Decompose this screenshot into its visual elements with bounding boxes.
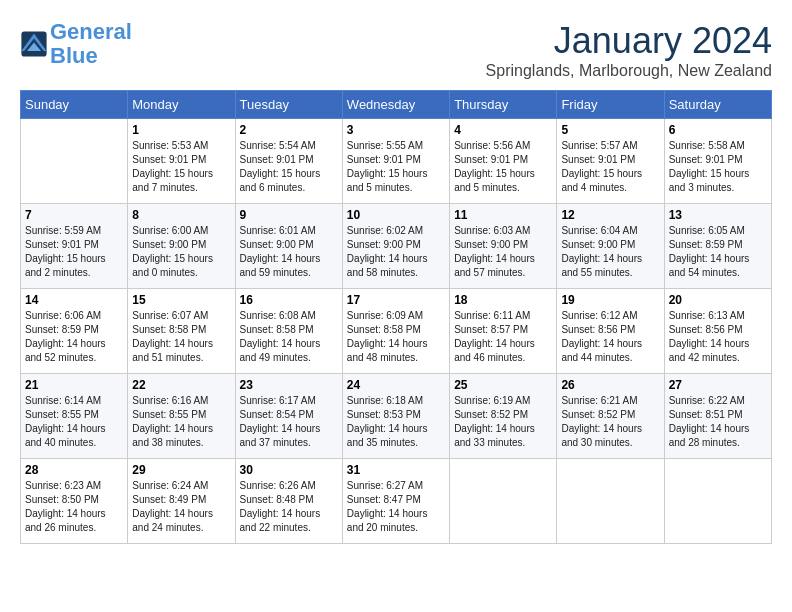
day-cell: 31Sunrise: 6:27 AMSunset: 8:47 PMDayligh… — [342, 459, 449, 544]
day-cell: 18Sunrise: 6:11 AMSunset: 8:57 PMDayligh… — [450, 289, 557, 374]
day-cell — [664, 459, 771, 544]
week-row-1: 7Sunrise: 5:59 AMSunset: 9:01 PMDaylight… — [21, 204, 772, 289]
day-info: Sunrise: 6:18 AMSunset: 8:53 PMDaylight:… — [347, 394, 445, 450]
header-cell-sunday: Sunday — [21, 91, 128, 119]
header-cell-saturday: Saturday — [664, 91, 771, 119]
day-cell: 10Sunrise: 6:02 AMSunset: 9:00 PMDayligh… — [342, 204, 449, 289]
day-info: Sunrise: 6:06 AMSunset: 8:59 PMDaylight:… — [25, 309, 123, 365]
week-row-4: 28Sunrise: 6:23 AMSunset: 8:50 PMDayligh… — [21, 459, 772, 544]
day-cell: 14Sunrise: 6:06 AMSunset: 8:59 PMDayligh… — [21, 289, 128, 374]
day-number: 23 — [240, 378, 338, 392]
day-info: Sunrise: 6:14 AMSunset: 8:55 PMDaylight:… — [25, 394, 123, 450]
day-info: Sunrise: 6:24 AMSunset: 8:49 PMDaylight:… — [132, 479, 230, 535]
day-info: Sunrise: 6:07 AMSunset: 8:58 PMDaylight:… — [132, 309, 230, 365]
day-info: Sunrise: 5:58 AMSunset: 9:01 PMDaylight:… — [669, 139, 767, 195]
day-number: 12 — [561, 208, 659, 222]
day-cell: 7Sunrise: 5:59 AMSunset: 9:01 PMDaylight… — [21, 204, 128, 289]
day-cell: 20Sunrise: 6:13 AMSunset: 8:56 PMDayligh… — [664, 289, 771, 374]
day-cell: 29Sunrise: 6:24 AMSunset: 8:49 PMDayligh… — [128, 459, 235, 544]
day-number: 9 — [240, 208, 338, 222]
day-number: 21 — [25, 378, 123, 392]
day-number: 17 — [347, 293, 445, 307]
day-number: 28 — [25, 463, 123, 477]
day-cell: 21Sunrise: 6:14 AMSunset: 8:55 PMDayligh… — [21, 374, 128, 459]
day-number: 30 — [240, 463, 338, 477]
calendar-header: SundayMondayTuesdayWednesdayThursdayFrid… — [21, 91, 772, 119]
day-cell — [21, 119, 128, 204]
header-cell-friday: Friday — [557, 91, 664, 119]
day-cell: 25Sunrise: 6:19 AMSunset: 8:52 PMDayligh… — [450, 374, 557, 459]
month-title: January 2024 — [486, 20, 772, 62]
day-info: Sunrise: 6:27 AMSunset: 8:47 PMDaylight:… — [347, 479, 445, 535]
day-number: 15 — [132, 293, 230, 307]
day-number: 26 — [561, 378, 659, 392]
day-number: 5 — [561, 123, 659, 137]
header-cell-wednesday: Wednesday — [342, 91, 449, 119]
day-cell: 3Sunrise: 5:55 AMSunset: 9:01 PMDaylight… — [342, 119, 449, 204]
day-cell: 28Sunrise: 6:23 AMSunset: 8:50 PMDayligh… — [21, 459, 128, 544]
day-info: Sunrise: 5:59 AMSunset: 9:01 PMDaylight:… — [25, 224, 123, 280]
day-info: Sunrise: 6:03 AMSunset: 9:00 PMDaylight:… — [454, 224, 552, 280]
day-number: 25 — [454, 378, 552, 392]
week-row-2: 14Sunrise: 6:06 AMSunset: 8:59 PMDayligh… — [21, 289, 772, 374]
day-number: 29 — [132, 463, 230, 477]
logo: General Blue — [20, 20, 132, 68]
header-row: SundayMondayTuesdayWednesdayThursdayFrid… — [21, 91, 772, 119]
day-info: Sunrise: 6:00 AMSunset: 9:00 PMDaylight:… — [132, 224, 230, 280]
day-number: 8 — [132, 208, 230, 222]
day-cell: 12Sunrise: 6:04 AMSunset: 9:00 PMDayligh… — [557, 204, 664, 289]
day-cell: 15Sunrise: 6:07 AMSunset: 8:58 PMDayligh… — [128, 289, 235, 374]
day-cell: 9Sunrise: 6:01 AMSunset: 9:00 PMDaylight… — [235, 204, 342, 289]
logo-line1: General — [50, 19, 132, 44]
day-number: 2 — [240, 123, 338, 137]
day-cell: 4Sunrise: 5:56 AMSunset: 9:01 PMDaylight… — [450, 119, 557, 204]
calendar-table: SundayMondayTuesdayWednesdayThursdayFrid… — [20, 90, 772, 544]
day-cell: 30Sunrise: 6:26 AMSunset: 8:48 PMDayligh… — [235, 459, 342, 544]
week-row-3: 21Sunrise: 6:14 AMSunset: 8:55 PMDayligh… — [21, 374, 772, 459]
day-cell: 1Sunrise: 5:53 AMSunset: 9:01 PMDaylight… — [128, 119, 235, 204]
header-cell-tuesday: Tuesday — [235, 91, 342, 119]
day-cell: 11Sunrise: 6:03 AMSunset: 9:00 PMDayligh… — [450, 204, 557, 289]
day-cell: 2Sunrise: 5:54 AMSunset: 9:01 PMDaylight… — [235, 119, 342, 204]
day-cell — [450, 459, 557, 544]
day-cell: 16Sunrise: 6:08 AMSunset: 8:58 PMDayligh… — [235, 289, 342, 374]
day-number: 10 — [347, 208, 445, 222]
day-cell: 13Sunrise: 6:05 AMSunset: 8:59 PMDayligh… — [664, 204, 771, 289]
day-info: Sunrise: 5:54 AMSunset: 9:01 PMDaylight:… — [240, 139, 338, 195]
day-number: 1 — [132, 123, 230, 137]
day-cell: 17Sunrise: 6:09 AMSunset: 8:58 PMDayligh… — [342, 289, 449, 374]
day-info: Sunrise: 6:04 AMSunset: 9:00 PMDaylight:… — [561, 224, 659, 280]
day-info: Sunrise: 5:55 AMSunset: 9:01 PMDaylight:… — [347, 139, 445, 195]
day-cell: 27Sunrise: 6:22 AMSunset: 8:51 PMDayligh… — [664, 374, 771, 459]
location: Springlands, Marlborough, New Zealand — [486, 62, 772, 80]
day-number: 4 — [454, 123, 552, 137]
header-cell-monday: Monday — [128, 91, 235, 119]
week-row-0: 1Sunrise: 5:53 AMSunset: 9:01 PMDaylight… — [21, 119, 772, 204]
day-info: Sunrise: 6:02 AMSunset: 9:00 PMDaylight:… — [347, 224, 445, 280]
day-info: Sunrise: 6:23 AMSunset: 8:50 PMDaylight:… — [25, 479, 123, 535]
day-cell: 8Sunrise: 6:00 AMSunset: 9:00 PMDaylight… — [128, 204, 235, 289]
day-cell: 24Sunrise: 6:18 AMSunset: 8:53 PMDayligh… — [342, 374, 449, 459]
day-info: Sunrise: 6:19 AMSunset: 8:52 PMDaylight:… — [454, 394, 552, 450]
day-cell: 5Sunrise: 5:57 AMSunset: 9:01 PMDaylight… — [557, 119, 664, 204]
day-cell: 26Sunrise: 6:21 AMSunset: 8:52 PMDayligh… — [557, 374, 664, 459]
day-number: 11 — [454, 208, 552, 222]
day-info: Sunrise: 6:17 AMSunset: 8:54 PMDaylight:… — [240, 394, 338, 450]
day-number: 31 — [347, 463, 445, 477]
day-cell: 6Sunrise: 5:58 AMSunset: 9:01 PMDaylight… — [664, 119, 771, 204]
day-number: 14 — [25, 293, 123, 307]
day-info: Sunrise: 5:53 AMSunset: 9:01 PMDaylight:… — [132, 139, 230, 195]
day-info: Sunrise: 6:22 AMSunset: 8:51 PMDaylight:… — [669, 394, 767, 450]
day-info: Sunrise: 6:08 AMSunset: 8:58 PMDaylight:… — [240, 309, 338, 365]
title-block: January 2024 Springlands, Marlborough, N… — [486, 20, 772, 80]
day-info: Sunrise: 6:11 AMSunset: 8:57 PMDaylight:… — [454, 309, 552, 365]
day-number: 18 — [454, 293, 552, 307]
logo-text: General Blue — [50, 20, 132, 68]
day-number: 24 — [347, 378, 445, 392]
day-number: 19 — [561, 293, 659, 307]
day-number: 3 — [347, 123, 445, 137]
day-info: Sunrise: 5:56 AMSunset: 9:01 PMDaylight:… — [454, 139, 552, 195]
day-number: 22 — [132, 378, 230, 392]
day-cell: 23Sunrise: 6:17 AMSunset: 8:54 PMDayligh… — [235, 374, 342, 459]
header-cell-thursday: Thursday — [450, 91, 557, 119]
